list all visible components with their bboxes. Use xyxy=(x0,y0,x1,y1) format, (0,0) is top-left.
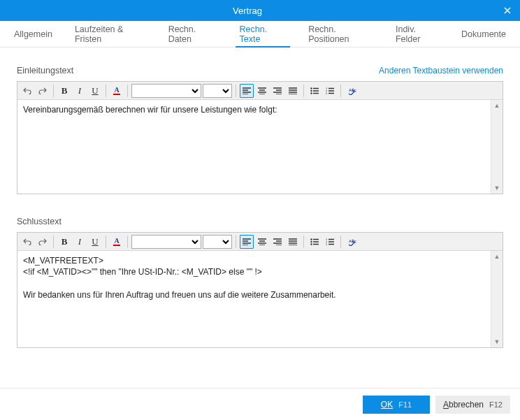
italic-icon: I xyxy=(78,236,81,247)
align-left-button[interactable] xyxy=(240,84,254,98)
dialog-footer: OK F11 Abbrechen F12 xyxy=(0,388,520,420)
svg-text:A: A xyxy=(114,237,120,245)
font-size-select[interactable] xyxy=(203,235,232,249)
underline-icon: U xyxy=(92,85,98,96)
bullet-list-icon xyxy=(310,238,319,245)
tab-rechn-positionen[interactable]: Rechn. Positionen xyxy=(297,21,384,47)
svg-point-3 xyxy=(310,89,312,91)
intro-textarea[interactable]: Vereinbarungsgemäß berechnen wir für uns… xyxy=(17,100,491,194)
tab-bar: Allgemein Laufzeiten & Fristen Rechn. Da… xyxy=(0,21,520,48)
svg-point-13 xyxy=(310,243,312,245)
bold-icon: B xyxy=(62,85,68,96)
align-right-icon xyxy=(273,87,282,94)
undo-button[interactable] xyxy=(20,235,34,249)
closing-toolbar: B I U A 123 ᴀʙç xyxy=(17,233,503,251)
intro-header: Einleitungstext Anderen Textbaustein ver… xyxy=(17,66,503,75)
scroll-down-icon[interactable]: ▼ xyxy=(491,336,503,347)
svg-point-11 xyxy=(310,238,312,240)
scroll-up-icon[interactable]: ▲ xyxy=(491,251,503,262)
svg-point-12 xyxy=(310,240,312,242)
content-area: Einleitungstext Anderen Textbaustein ver… xyxy=(0,48,520,356)
underline-button[interactable]: U xyxy=(88,235,102,249)
redo-icon xyxy=(38,238,47,245)
spellcheck-icon: ᴀʙç xyxy=(347,87,356,95)
align-justify-icon xyxy=(289,87,297,94)
tab-laufzeiten[interactable]: Laufzeiten & Fristen xyxy=(64,21,157,47)
svg-text:A: A xyxy=(114,86,120,94)
undo-button[interactable] xyxy=(20,84,34,98)
closing-label: Schlusstext xyxy=(17,217,62,226)
align-right-button[interactable] xyxy=(270,235,284,249)
scroll-down-icon[interactable]: ▼ xyxy=(491,182,503,194)
font-size-select[interactable] xyxy=(203,84,232,98)
redo-icon xyxy=(38,87,47,94)
font-family-select[interactable] xyxy=(131,235,201,249)
bold-button[interactable]: B xyxy=(57,84,71,98)
numbered-list-icon: 123 xyxy=(326,238,334,245)
align-justify-icon xyxy=(289,238,297,245)
tab-allgemein[interactable]: Allgemein xyxy=(3,21,64,47)
undo-icon xyxy=(23,238,31,245)
align-right-button[interactable] xyxy=(270,84,284,98)
close-button[interactable] xyxy=(495,0,520,21)
redo-button[interactable] xyxy=(36,235,50,249)
italic-icon: I xyxy=(78,85,81,96)
close-icon xyxy=(504,7,511,14)
ok-button[interactable]: OK F11 xyxy=(363,396,430,414)
spellcheck-button[interactable]: ᴀʙç xyxy=(345,84,359,98)
closing-editor: B I U A 123 ᴀʙç <M_VATFREETEXT> <!if <M_… xyxy=(17,232,503,348)
align-justify-button[interactable] xyxy=(286,235,300,249)
align-left-button[interactable] xyxy=(240,235,254,249)
svg-rect-10 xyxy=(113,245,120,246)
bold-icon: B xyxy=(62,236,68,247)
undo-icon xyxy=(23,87,31,94)
svg-point-2 xyxy=(310,87,312,89)
font-family-select[interactable] xyxy=(131,84,201,98)
intro-toolbar: B I U A 123 ᴀʙç xyxy=(17,82,503,100)
svg-text:ᴀʙç: ᴀʙç xyxy=(349,87,356,93)
tab-dokumente[interactable]: Dokumente xyxy=(450,21,517,47)
underline-button[interactable]: U xyxy=(88,84,102,98)
align-justify-button[interactable] xyxy=(286,84,300,98)
window-title: Vertrag xyxy=(0,6,495,16)
spellcheck-button[interactable]: ᴀʙç xyxy=(345,235,359,249)
intro-body-wrap: Vereinbarungsgemäß berechnen wir für uns… xyxy=(17,100,503,194)
closing-textarea[interactable]: <M_VATFREETEXT> <!if <M_VATID><>"" then … xyxy=(17,251,491,347)
spellcheck-icon: ᴀʙç xyxy=(347,238,356,246)
tab-indiv-felder[interactable]: Indiv. Felder xyxy=(384,21,450,47)
intro-scrollbar[interactable]: ▲ ▼ xyxy=(491,100,503,194)
tab-rechn-daten[interactable]: Rechn. Daten xyxy=(157,21,229,47)
align-center-button[interactable] xyxy=(255,235,269,249)
svg-text:3: 3 xyxy=(326,243,328,245)
font-color-button[interactable]: A xyxy=(110,235,124,249)
closing-body-wrap: <M_VATFREETEXT> <!if <M_VATID><>"" then … xyxy=(17,251,503,347)
closing-scrollbar[interactable]: ▲ ▼ xyxy=(491,251,503,347)
intro-label: Einleitungstext xyxy=(17,66,73,75)
tab-rechn-texte[interactable]: Rechn. Texte xyxy=(229,21,298,47)
svg-text:3: 3 xyxy=(326,92,328,94)
svg-point-4 xyxy=(310,92,312,94)
align-left-icon xyxy=(243,87,251,94)
cancel-button[interactable]: Abbrechen F12 xyxy=(435,396,510,414)
bullet-list-icon xyxy=(310,87,319,94)
numbered-list-icon: 123 xyxy=(326,87,334,94)
bullet-list-button[interactable] xyxy=(308,84,322,98)
italic-button[interactable]: I xyxy=(73,84,87,98)
align-center-icon xyxy=(258,87,266,94)
bold-button[interactable]: B xyxy=(57,235,71,249)
scroll-up-icon[interactable]: ▲ xyxy=(491,100,503,111)
bullet-list-button[interactable] xyxy=(308,235,322,249)
font-color-button[interactable]: A xyxy=(110,84,124,98)
font-color-icon: A xyxy=(112,86,122,96)
align-left-icon xyxy=(243,238,251,245)
closing-header: Schlusstext xyxy=(17,217,503,226)
use-other-template-link[interactable]: Anderen Textbaustein verwenden xyxy=(379,66,503,75)
svg-text:ᴀʙç: ᴀʙç xyxy=(349,238,356,244)
numbered-list-button[interactable]: 123 xyxy=(323,235,337,249)
redo-button[interactable] xyxy=(36,84,50,98)
align-center-button[interactable] xyxy=(255,84,269,98)
numbered-list-button[interactable]: 123 xyxy=(323,84,337,98)
italic-button[interactable]: I xyxy=(73,235,87,249)
titlebar: Vertrag xyxy=(0,0,520,21)
align-right-icon xyxy=(273,238,282,245)
